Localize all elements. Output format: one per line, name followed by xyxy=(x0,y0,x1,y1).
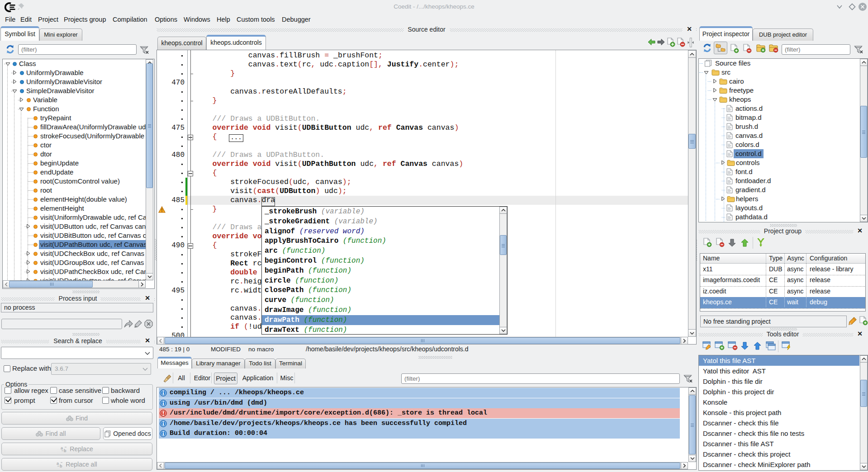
svg-text:b: b xyxy=(64,448,66,453)
svg-text:a: a xyxy=(57,461,59,466)
svg-text:b: b xyxy=(60,464,62,468)
svg-text:a: a xyxy=(61,446,63,450)
